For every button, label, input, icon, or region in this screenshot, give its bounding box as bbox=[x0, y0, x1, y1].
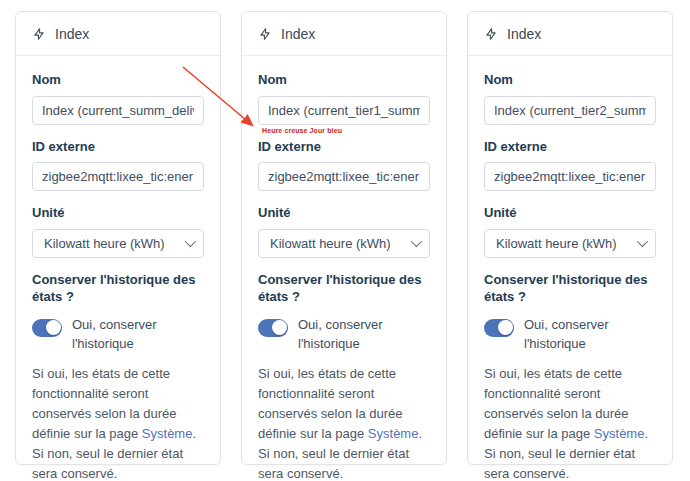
card-header: Index bbox=[468, 12, 672, 56]
chevron-down-icon bbox=[185, 236, 196, 247]
card-body: Nom ID externe Unité Kilowatt heure (kWh… bbox=[468, 56, 672, 481]
id-externe-label: ID externe bbox=[484, 138, 656, 156]
nom-input[interactable] bbox=[484, 96, 656, 125]
card-body: Nom ID externe Unité Kilowatt heure (kWh… bbox=[242, 56, 446, 481]
chevron-down-icon bbox=[637, 236, 648, 247]
history-label: Conserver l'historique des états ? bbox=[484, 271, 656, 306]
nom-input[interactable] bbox=[258, 96, 430, 125]
unite-select[interactable]: Kilowatt heure (kWh) bbox=[258, 229, 430, 258]
history-help-text: Si oui, les états de cette fonctionnalit… bbox=[258, 364, 430, 481]
feature-card-current-tier2: Index Nom ID externe Unité Kilowatt heur… bbox=[467, 11, 673, 465]
history-help-text: Si oui, les états de cette fonctionnalit… bbox=[32, 364, 204, 481]
history-toggle[interactable] bbox=[258, 319, 288, 337]
card-title: Index bbox=[281, 26, 315, 42]
toggle-knob bbox=[46, 320, 61, 335]
history-label: Conserver l'historique des états ? bbox=[32, 271, 204, 306]
card-header: Index bbox=[242, 12, 446, 56]
systeme-link[interactable]: Système bbox=[142, 426, 193, 441]
history-toggle-label: Oui, conserver l'historique bbox=[298, 315, 423, 354]
unite-selected-value: Kilowatt heure (kWh) bbox=[496, 236, 617, 251]
history-label: Conserver l'historique des états ? bbox=[258, 271, 430, 306]
bolt-icon bbox=[258, 27, 272, 41]
nom-input[interactable] bbox=[32, 96, 204, 125]
unite-select[interactable]: Kilowatt heure (kWh) bbox=[32, 229, 204, 258]
history-toggle[interactable] bbox=[32, 319, 62, 337]
id-externe-label: ID externe bbox=[32, 138, 204, 156]
bolt-icon bbox=[32, 27, 46, 41]
systeme-link[interactable]: Système bbox=[594, 426, 645, 441]
id-externe-label: ID externe bbox=[258, 138, 430, 156]
unite-label: Unité bbox=[484, 204, 656, 222]
history-help-text: Si oui, les états de cette fonctionnalit… bbox=[484, 364, 656, 481]
id-externe-input[interactable] bbox=[484, 162, 656, 191]
unite-selected-value: Kilowatt heure (kWh) bbox=[44, 236, 165, 251]
chevron-down-icon bbox=[411, 236, 422, 247]
annotation-label: Heure creuse Jour bleu bbox=[262, 127, 342, 134]
bolt-icon bbox=[484, 27, 498, 41]
feature-cards-row: Index Nom ID externe Unité Kilowatt heur… bbox=[15, 11, 673, 465]
history-toggle-label: Oui, conserver l'historique bbox=[72, 315, 197, 354]
nom-label: Nom bbox=[258, 71, 430, 89]
id-externe-input[interactable] bbox=[258, 162, 430, 191]
card-header: Index bbox=[16, 12, 220, 56]
unite-label: Unité bbox=[258, 204, 430, 222]
toggle-knob bbox=[498, 320, 513, 335]
nom-label: Nom bbox=[484, 71, 656, 89]
systeme-link[interactable]: Système bbox=[368, 426, 419, 441]
unite-label: Unité bbox=[32, 204, 204, 222]
card-body: Nom ID externe Unité Kilowatt heure (kWh… bbox=[16, 56, 220, 481]
card-title: Index bbox=[55, 26, 89, 42]
toggle-knob bbox=[272, 320, 287, 335]
history-toggle[interactable] bbox=[484, 319, 514, 337]
feature-card-current-summ: Index Nom ID externe Unité Kilowatt heur… bbox=[15, 11, 221, 465]
feature-card-current-tier1: Index Nom ID externe Unité Kilowatt heur… bbox=[241, 11, 447, 465]
nom-label: Nom bbox=[32, 71, 204, 89]
id-externe-input[interactable] bbox=[32, 162, 204, 191]
card-title: Index bbox=[507, 26, 541, 42]
history-toggle-label: Oui, conserver l'historique bbox=[524, 315, 649, 354]
unite-select[interactable]: Kilowatt heure (kWh) bbox=[484, 229, 656, 258]
unite-selected-value: Kilowatt heure (kWh) bbox=[270, 236, 391, 251]
